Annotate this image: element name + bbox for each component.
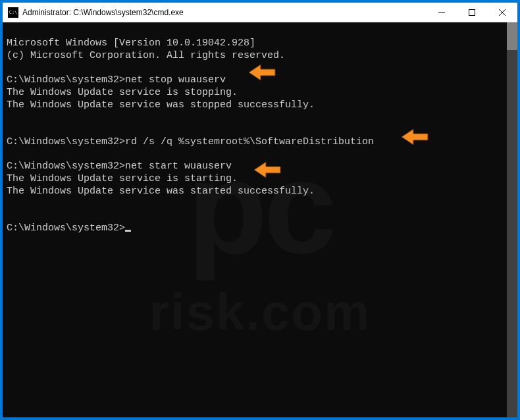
cursor: [125, 230, 131, 232]
prompt: C:\Windows\system32>: [7, 161, 125, 172]
terminal-line: (c) Microsoft Corporation. All rights re…: [7, 50, 285, 61]
cmd-icon: C:\: [8, 7, 18, 18]
prompt: C:\Windows\system32>: [7, 136, 125, 147]
prompt: C:\Windows\system32>: [7, 74, 125, 86]
scrollbar-thumb[interactable]: [507, 22, 517, 50]
terminal-area[interactable]: Microsoft Windows [Version 10.0.19042.92…: [3, 22, 517, 417]
command: net stop wuauserv: [125, 74, 226, 86]
terminal-line: Microsoft Windows [Version 10.0.19042.92…: [7, 38, 255, 49]
svg-rect-1: [469, 9, 475, 15]
maximize-button[interactable]: [457, 3, 487, 22]
terminal-line: The Windows Update service is starting.: [7, 173, 238, 184]
minimize-button[interactable]: [427, 3, 457, 22]
scrollbar[interactable]: [507, 22, 517, 417]
titlebar[interactable]: C:\ Administrator: C:\Windows\system32\c…: [3, 3, 517, 22]
prompt: C:\Windows\system32>: [7, 223, 125, 234]
command: net start wuauserv: [125, 161, 232, 172]
terminal-line: The Windows Update service was started s…: [7, 186, 315, 197]
watermark: pc risk.com: [3, 122, 517, 357]
window-title: Administrator: C:\Windows\system32\cmd.e…: [22, 8, 427, 17]
terminal-line: The Windows Update service is stopping.: [7, 87, 238, 98]
close-button[interactable]: [487, 3, 517, 22]
window-controls: [427, 3, 517, 22]
watermark-line2: risk.com: [3, 286, 517, 338]
command: rd /s /q %systemroot%\SoftwareDistributi…: [125, 136, 374, 147]
terminal-line: The Windows Update service was stopped s…: [7, 99, 315, 111]
cmd-window: C:\ Administrator: C:\Windows\system32\c…: [3, 3, 517, 417]
